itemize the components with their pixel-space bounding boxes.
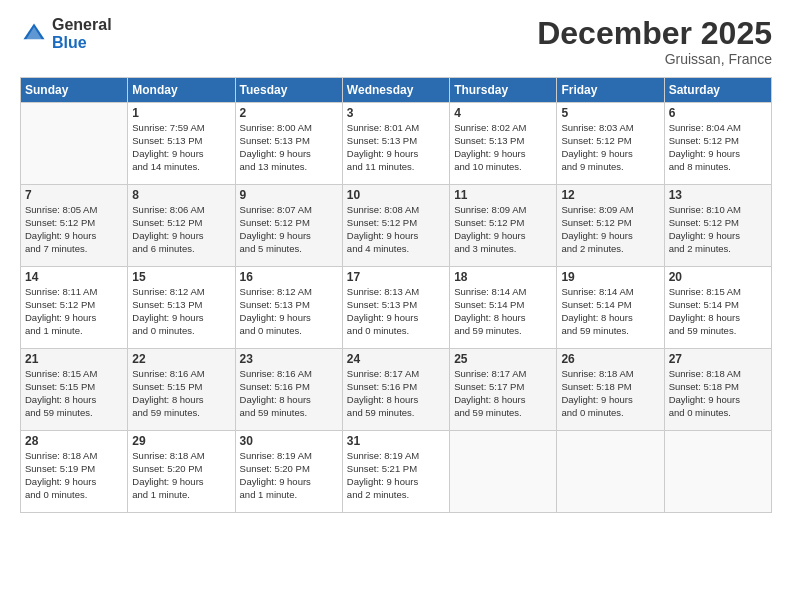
weekday-header-monday: Monday — [128, 78, 235, 103]
calendar-cell: 20Sunrise: 8:15 AMSunset: 5:14 PMDayligh… — [664, 267, 771, 349]
location: Gruissan, France — [537, 51, 772, 67]
cell-info: Sunrise: 8:09 AMSunset: 5:12 PMDaylight:… — [454, 204, 552, 255]
day-number: 14 — [25, 270, 123, 284]
cell-info: Sunrise: 8:15 AMSunset: 5:14 PMDaylight:… — [669, 286, 767, 337]
calendar-cell: 15Sunrise: 8:12 AMSunset: 5:13 PMDayligh… — [128, 267, 235, 349]
day-number: 13 — [669, 188, 767, 202]
day-number: 24 — [347, 352, 445, 366]
page: General Blue December 2025 Gruissan, Fra… — [0, 0, 792, 612]
cell-info: Sunrise: 8:07 AMSunset: 5:12 PMDaylight:… — [240, 204, 338, 255]
calendar-cell: 23Sunrise: 8:16 AMSunset: 5:16 PMDayligh… — [235, 349, 342, 431]
cell-info: Sunrise: 8:18 AMSunset: 5:18 PMDaylight:… — [669, 368, 767, 419]
calendar-cell: 19Sunrise: 8:14 AMSunset: 5:14 PMDayligh… — [557, 267, 664, 349]
day-number: 17 — [347, 270, 445, 284]
calendar-cell: 5Sunrise: 8:03 AMSunset: 5:12 PMDaylight… — [557, 103, 664, 185]
weekday-header-friday: Friday — [557, 78, 664, 103]
day-number: 19 — [561, 270, 659, 284]
weekday-header-tuesday: Tuesday — [235, 78, 342, 103]
calendar-cell: 25Sunrise: 8:17 AMSunset: 5:17 PMDayligh… — [450, 349, 557, 431]
calendar-cell: 8Sunrise: 8:06 AMSunset: 5:12 PMDaylight… — [128, 185, 235, 267]
title-block: December 2025 Gruissan, France — [537, 16, 772, 67]
weekday-header-wednesday: Wednesday — [342, 78, 449, 103]
cell-info: Sunrise: 8:16 AMSunset: 5:16 PMDaylight:… — [240, 368, 338, 419]
calendar-cell: 12Sunrise: 8:09 AMSunset: 5:12 PMDayligh… — [557, 185, 664, 267]
logo: General Blue — [20, 16, 112, 51]
day-number: 16 — [240, 270, 338, 284]
cell-info: Sunrise: 7:59 AMSunset: 5:13 PMDaylight:… — [132, 122, 230, 173]
calendar-cell: 13Sunrise: 8:10 AMSunset: 5:12 PMDayligh… — [664, 185, 771, 267]
day-number: 21 — [25, 352, 123, 366]
cell-info: Sunrise: 8:04 AMSunset: 5:12 PMDaylight:… — [669, 122, 767, 173]
day-number: 25 — [454, 352, 552, 366]
logo-general-text: General — [52, 16, 112, 34]
cell-info: Sunrise: 8:05 AMSunset: 5:12 PMDaylight:… — [25, 204, 123, 255]
week-row-0: 1Sunrise: 7:59 AMSunset: 5:13 PMDaylight… — [21, 103, 772, 185]
day-number: 15 — [132, 270, 230, 284]
week-row-1: 7Sunrise: 8:05 AMSunset: 5:12 PMDaylight… — [21, 185, 772, 267]
week-row-2: 14Sunrise: 8:11 AMSunset: 5:12 PMDayligh… — [21, 267, 772, 349]
weekday-header-sunday: Sunday — [21, 78, 128, 103]
cell-info: Sunrise: 8:03 AMSunset: 5:12 PMDaylight:… — [561, 122, 659, 173]
calendar-cell: 2Sunrise: 8:00 AMSunset: 5:13 PMDaylight… — [235, 103, 342, 185]
day-number: 26 — [561, 352, 659, 366]
day-number: 8 — [132, 188, 230, 202]
cell-info: Sunrise: 8:10 AMSunset: 5:12 PMDaylight:… — [669, 204, 767, 255]
day-number: 6 — [669, 106, 767, 120]
day-number: 4 — [454, 106, 552, 120]
header: General Blue December 2025 Gruissan, Fra… — [20, 16, 772, 67]
day-number: 31 — [347, 434, 445, 448]
weekday-header-thursday: Thursday — [450, 78, 557, 103]
calendar-cell: 22Sunrise: 8:16 AMSunset: 5:15 PMDayligh… — [128, 349, 235, 431]
calendar-cell: 29Sunrise: 8:18 AMSunset: 5:20 PMDayligh… — [128, 431, 235, 513]
calendar-cell: 28Sunrise: 8:18 AMSunset: 5:19 PMDayligh… — [21, 431, 128, 513]
calendar-cell: 27Sunrise: 8:18 AMSunset: 5:18 PMDayligh… — [664, 349, 771, 431]
calendar-cell: 31Sunrise: 8:19 AMSunset: 5:21 PMDayligh… — [342, 431, 449, 513]
week-row-4: 28Sunrise: 8:18 AMSunset: 5:19 PMDayligh… — [21, 431, 772, 513]
logo-text: General Blue — [52, 16, 112, 51]
day-number: 5 — [561, 106, 659, 120]
calendar-cell: 7Sunrise: 8:05 AMSunset: 5:12 PMDaylight… — [21, 185, 128, 267]
day-number: 7 — [25, 188, 123, 202]
calendar-cell: 26Sunrise: 8:18 AMSunset: 5:18 PMDayligh… — [557, 349, 664, 431]
cell-info: Sunrise: 8:16 AMSunset: 5:15 PMDaylight:… — [132, 368, 230, 419]
cell-info: Sunrise: 8:17 AMSunset: 5:17 PMDaylight:… — [454, 368, 552, 419]
cell-info: Sunrise: 8:18 AMSunset: 5:18 PMDaylight:… — [561, 368, 659, 419]
calendar-cell — [21, 103, 128, 185]
cell-info: Sunrise: 8:18 AMSunset: 5:20 PMDaylight:… — [132, 450, 230, 501]
cell-info: Sunrise: 8:08 AMSunset: 5:12 PMDaylight:… — [347, 204, 445, 255]
cell-info: Sunrise: 8:09 AMSunset: 5:12 PMDaylight:… — [561, 204, 659, 255]
day-number: 22 — [132, 352, 230, 366]
cell-info: Sunrise: 8:19 AMSunset: 5:20 PMDaylight:… — [240, 450, 338, 501]
logo-icon — [20, 20, 48, 48]
cell-info: Sunrise: 8:18 AMSunset: 5:19 PMDaylight:… — [25, 450, 123, 501]
day-number: 1 — [132, 106, 230, 120]
calendar-cell — [450, 431, 557, 513]
cell-info: Sunrise: 8:06 AMSunset: 5:12 PMDaylight:… — [132, 204, 230, 255]
calendar-cell: 17Sunrise: 8:13 AMSunset: 5:13 PMDayligh… — [342, 267, 449, 349]
calendar-cell: 9Sunrise: 8:07 AMSunset: 5:12 PMDaylight… — [235, 185, 342, 267]
day-number: 12 — [561, 188, 659, 202]
cell-info: Sunrise: 8:13 AMSunset: 5:13 PMDaylight:… — [347, 286, 445, 337]
day-number: 20 — [669, 270, 767, 284]
calendar-cell — [664, 431, 771, 513]
day-number: 2 — [240, 106, 338, 120]
calendar-cell: 11Sunrise: 8:09 AMSunset: 5:12 PMDayligh… — [450, 185, 557, 267]
day-number: 27 — [669, 352, 767, 366]
day-number: 30 — [240, 434, 338, 448]
cell-info: Sunrise: 8:17 AMSunset: 5:16 PMDaylight:… — [347, 368, 445, 419]
cell-info: Sunrise: 8:12 AMSunset: 5:13 PMDaylight:… — [240, 286, 338, 337]
day-number: 11 — [454, 188, 552, 202]
cell-info: Sunrise: 8:15 AMSunset: 5:15 PMDaylight:… — [25, 368, 123, 419]
weekday-header-row: SundayMondayTuesdayWednesdayThursdayFrid… — [21, 78, 772, 103]
day-number: 3 — [347, 106, 445, 120]
day-number: 23 — [240, 352, 338, 366]
cell-info: Sunrise: 8:02 AMSunset: 5:13 PMDaylight:… — [454, 122, 552, 173]
calendar-cell: 24Sunrise: 8:17 AMSunset: 5:16 PMDayligh… — [342, 349, 449, 431]
calendar-cell: 16Sunrise: 8:12 AMSunset: 5:13 PMDayligh… — [235, 267, 342, 349]
day-number: 29 — [132, 434, 230, 448]
calendar-cell: 18Sunrise: 8:14 AMSunset: 5:14 PMDayligh… — [450, 267, 557, 349]
calendar-cell: 4Sunrise: 8:02 AMSunset: 5:13 PMDaylight… — [450, 103, 557, 185]
cell-info: Sunrise: 8:11 AMSunset: 5:12 PMDaylight:… — [25, 286, 123, 337]
cell-info: Sunrise: 8:01 AMSunset: 5:13 PMDaylight:… — [347, 122, 445, 173]
weekday-header-saturday: Saturday — [664, 78, 771, 103]
